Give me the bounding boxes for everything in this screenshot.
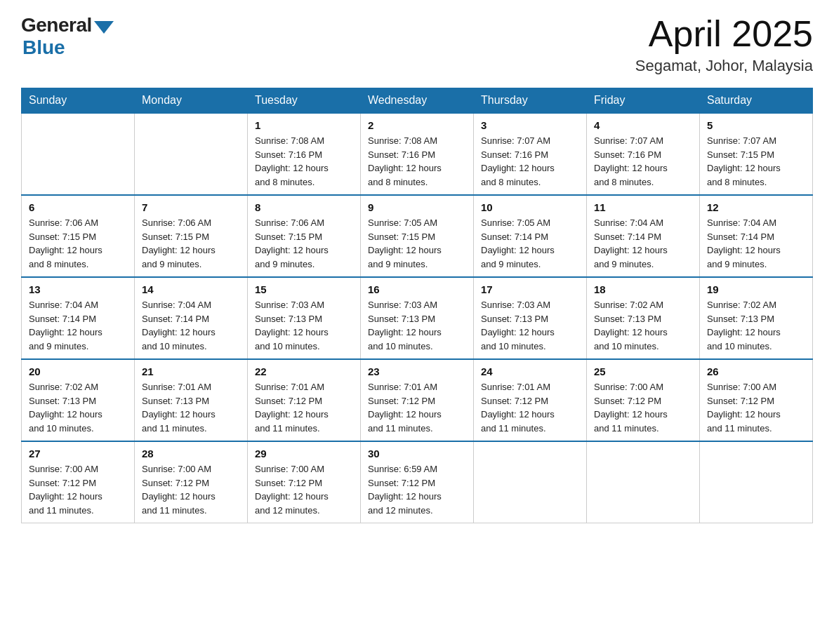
- day-info: Sunrise: 7:02 AM Sunset: 7:13 PM Dayligh…: [594, 298, 692, 353]
- calendar-cell: 1Sunrise: 7:08 AM Sunset: 7:16 PM Daylig…: [248, 113, 361, 195]
- calendar-week-row: 20Sunrise: 7:02 AM Sunset: 7:13 PM Dayli…: [22, 359, 813, 441]
- day-number: 14: [142, 283, 240, 295]
- calendar-cell: 11Sunrise: 7:04 AM Sunset: 7:14 PM Dayli…: [587, 195, 700, 277]
- day-info: Sunrise: 7:01 AM Sunset: 7:12 PM Dayligh…: [255, 380, 353, 435]
- calendar-cell: 8Sunrise: 7:06 AM Sunset: 7:15 PM Daylig…: [248, 195, 361, 277]
- day-number: 16: [368, 283, 466, 295]
- weekday-header-friday: Friday: [587, 88, 700, 114]
- day-number: 24: [481, 365, 579, 377]
- calendar-cell: 13Sunrise: 7:04 AM Sunset: 7:14 PM Dayli…: [22, 277, 135, 359]
- day-info: Sunrise: 7:01 AM Sunset: 7:13 PM Dayligh…: [142, 380, 240, 435]
- weekday-header-thursday: Thursday: [474, 88, 587, 114]
- calendar-cell: [474, 441, 587, 523]
- day-number: 18: [594, 283, 692, 295]
- day-info: Sunrise: 7:02 AM Sunset: 7:13 PM Dayligh…: [707, 298, 805, 353]
- calendar-cell: 4Sunrise: 7:07 AM Sunset: 7:16 PM Daylig…: [587, 113, 700, 195]
- weekday-header-row: SundayMondayTuesdayWednesdayThursdayFrid…: [22, 88, 813, 114]
- day-info: Sunrise: 7:08 AM Sunset: 7:16 PM Dayligh…: [255, 134, 353, 189]
- weekday-header-saturday: Saturday: [700, 88, 813, 114]
- calendar-subtitle: Segamat, Johor, Malaysia: [635, 57, 813, 75]
- calendar-title: April 2025: [635, 14, 813, 54]
- calendar-cell: 5Sunrise: 7:07 AM Sunset: 7:15 PM Daylig…: [700, 113, 813, 195]
- day-info: Sunrise: 7:06 AM Sunset: 7:15 PM Dayligh…: [29, 216, 127, 271]
- day-info: Sunrise: 7:03 AM Sunset: 7:13 PM Dayligh…: [481, 298, 579, 353]
- day-info: Sunrise: 7:07 AM Sunset: 7:15 PM Dayligh…: [707, 134, 805, 189]
- day-number: 9: [368, 201, 466, 213]
- day-info: Sunrise: 7:04 AM Sunset: 7:14 PM Dayligh…: [29, 298, 127, 353]
- day-info: Sunrise: 7:04 AM Sunset: 7:14 PM Dayligh…: [594, 216, 692, 271]
- day-info: Sunrise: 7:04 AM Sunset: 7:14 PM Dayligh…: [707, 216, 805, 271]
- day-info: Sunrise: 7:01 AM Sunset: 7:12 PM Dayligh…: [368, 380, 466, 435]
- calendar-cell: 21Sunrise: 7:01 AM Sunset: 7:13 PM Dayli…: [135, 359, 248, 441]
- calendar-cell: 23Sunrise: 7:01 AM Sunset: 7:12 PM Dayli…: [361, 359, 474, 441]
- calendar-cell: 22Sunrise: 7:01 AM Sunset: 7:12 PM Dayli…: [248, 359, 361, 441]
- day-number: 11: [594, 201, 692, 213]
- calendar-cell: 3Sunrise: 7:07 AM Sunset: 7:16 PM Daylig…: [474, 113, 587, 195]
- calendar-cell: 30Sunrise: 6:59 AM Sunset: 7:12 PM Dayli…: [361, 441, 474, 523]
- calendar-cell: 14Sunrise: 7:04 AM Sunset: 7:14 PM Dayli…: [135, 277, 248, 359]
- calendar-cell: 25Sunrise: 7:00 AM Sunset: 7:12 PM Dayli…: [587, 359, 700, 441]
- day-info: Sunrise: 7:00 AM Sunset: 7:12 PM Dayligh…: [255, 462, 353, 517]
- day-info: Sunrise: 7:05 AM Sunset: 7:14 PM Dayligh…: [481, 216, 579, 271]
- calendar-cell: 20Sunrise: 7:02 AM Sunset: 7:13 PM Dayli…: [22, 359, 135, 441]
- day-number: 12: [707, 201, 805, 213]
- calendar-cell: [700, 441, 813, 523]
- day-number: 20: [29, 365, 127, 377]
- day-number: 15: [255, 283, 353, 295]
- calendar-body: 1Sunrise: 7:08 AM Sunset: 7:16 PM Daylig…: [22, 113, 813, 523]
- day-info: Sunrise: 7:05 AM Sunset: 7:15 PM Dayligh…: [368, 216, 466, 271]
- day-number: 26: [707, 365, 805, 377]
- day-number: 3: [481, 119, 579, 131]
- calendar-cell: 17Sunrise: 7:03 AM Sunset: 7:13 PM Dayli…: [474, 277, 587, 359]
- day-info: Sunrise: 7:03 AM Sunset: 7:13 PM Dayligh…: [255, 298, 353, 353]
- calendar-week-row: 6Sunrise: 7:06 AM Sunset: 7:15 PM Daylig…: [22, 195, 813, 277]
- calendar-cell: [22, 113, 135, 195]
- calendar-cell: 7Sunrise: 7:06 AM Sunset: 7:15 PM Daylig…: [135, 195, 248, 277]
- day-info: Sunrise: 7:01 AM Sunset: 7:12 PM Dayligh…: [481, 380, 579, 435]
- logo-blue-text: Blue: [22, 36, 65, 59]
- day-number: 19: [707, 283, 805, 295]
- calendar-cell: [587, 441, 700, 523]
- calendar-cell: 9Sunrise: 7:05 AM Sunset: 7:15 PM Daylig…: [361, 195, 474, 277]
- calendar-cell: 29Sunrise: 7:00 AM Sunset: 7:12 PM Dayli…: [248, 441, 361, 523]
- day-info: Sunrise: 7:03 AM Sunset: 7:13 PM Dayligh…: [368, 298, 466, 353]
- calendar-cell: 19Sunrise: 7:02 AM Sunset: 7:13 PM Dayli…: [700, 277, 813, 359]
- weekday-header-wednesday: Wednesday: [361, 88, 474, 114]
- calendar-cell: 18Sunrise: 7:02 AM Sunset: 7:13 PM Dayli…: [587, 277, 700, 359]
- logo-general-text: General: [21, 14, 92, 36]
- day-info: Sunrise: 7:06 AM Sunset: 7:15 PM Dayligh…: [142, 216, 240, 271]
- calendar-cell: 24Sunrise: 7:01 AM Sunset: 7:12 PM Dayli…: [474, 359, 587, 441]
- calendar-week-row: 1Sunrise: 7:08 AM Sunset: 7:16 PM Daylig…: [22, 113, 813, 195]
- day-info: Sunrise: 7:08 AM Sunset: 7:16 PM Dayligh…: [368, 134, 466, 189]
- day-info: Sunrise: 7:00 AM Sunset: 7:12 PM Dayligh…: [142, 462, 240, 517]
- day-info: Sunrise: 7:02 AM Sunset: 7:13 PM Dayligh…: [29, 380, 127, 435]
- calendar-cell: 15Sunrise: 7:03 AM Sunset: 7:13 PM Dayli…: [248, 277, 361, 359]
- weekday-header-tuesday: Tuesday: [248, 88, 361, 114]
- day-number: 28: [142, 448, 240, 459]
- day-number: 22: [255, 365, 353, 377]
- day-info: Sunrise: 7:00 AM Sunset: 7:12 PM Dayligh…: [29, 462, 127, 517]
- calendar-cell: 2Sunrise: 7:08 AM Sunset: 7:16 PM Daylig…: [361, 113, 474, 195]
- title-section: April 2025 Segamat, Johor, Malaysia: [635, 14, 813, 75]
- logo-arrow-icon: [94, 21, 114, 34]
- day-info: Sunrise: 7:07 AM Sunset: 7:16 PM Dayligh…: [481, 134, 579, 189]
- day-number: 1: [255, 119, 353, 131]
- day-number: 21: [142, 365, 240, 377]
- day-info: Sunrise: 7:06 AM Sunset: 7:15 PM Dayligh…: [255, 216, 353, 271]
- calendar-cell: 27Sunrise: 7:00 AM Sunset: 7:12 PM Dayli…: [22, 441, 135, 523]
- day-number: 30: [368, 448, 466, 459]
- calendar-week-row: 13Sunrise: 7:04 AM Sunset: 7:14 PM Dayli…: [22, 277, 813, 359]
- calendar-week-row: 27Sunrise: 7:00 AM Sunset: 7:12 PM Dayli…: [22, 441, 813, 523]
- weekday-header-sunday: Sunday: [22, 88, 135, 114]
- calendar-cell: [135, 113, 248, 195]
- day-number: 29: [255, 448, 353, 459]
- day-number: 17: [481, 283, 579, 295]
- calendar-table: SundayMondayTuesdayWednesdayThursdayFrid…: [21, 88, 813, 523]
- calendar-cell: 28Sunrise: 7:00 AM Sunset: 7:12 PM Dayli…: [135, 441, 248, 523]
- day-info: Sunrise: 6:59 AM Sunset: 7:12 PM Dayligh…: [368, 462, 466, 517]
- day-info: Sunrise: 7:07 AM Sunset: 7:16 PM Dayligh…: [594, 134, 692, 189]
- day-number: 7: [142, 201, 240, 213]
- day-number: 13: [29, 283, 127, 295]
- calendar-cell: 6Sunrise: 7:06 AM Sunset: 7:15 PM Daylig…: [22, 195, 135, 277]
- day-info: Sunrise: 7:00 AM Sunset: 7:12 PM Dayligh…: [707, 380, 805, 435]
